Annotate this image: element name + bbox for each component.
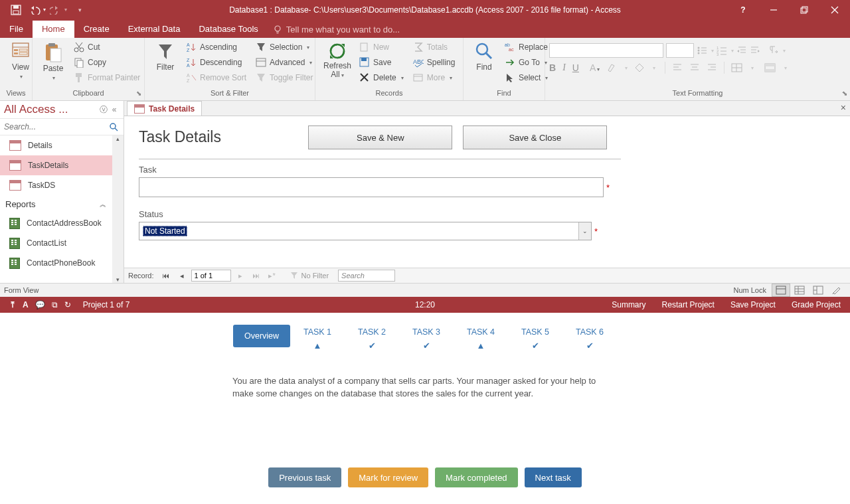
tab-overview[interactable]: Overview: [233, 325, 290, 347]
descending-button[interactable]: ZADescending: [183, 56, 249, 69]
nav-title[interactable]: All Access ...: [4, 103, 98, 116]
tab-task-1[interactable]: TASK 1▲: [290, 325, 345, 351]
restore-icon[interactable]: [789, 0, 819, 19]
format-painter-button[interactable]: Format Painter: [71, 71, 143, 84]
font-color-button[interactable]: A▾: [590, 62, 600, 73]
save-icon[interactable]: [5, 1, 27, 19]
status-select[interactable]: Not Started ⌄: [139, 222, 592, 240]
ascending-button[interactable]: AZAscending: [183, 41, 249, 54]
pin-icon[interactable]: ⤒: [9, 300, 16, 309]
grade-project-link[interactable]: Grade Project: [792, 300, 841, 309]
prev-record-icon[interactable]: ◂: [175, 270, 189, 282]
link-icon[interactable]: ⧉: [52, 300, 58, 309]
tab-task-3[interactable]: TASK 3✔: [399, 325, 454, 351]
spelling-button[interactable]: ABCSpelling: [410, 56, 458, 69]
numbering-icon[interactable]: 123: [717, 45, 727, 56]
nav-scrollbar[interactable]: ▴▾: [112, 135, 124, 283]
datasheet-view-icon[interactable]: [790, 284, 809, 297]
refresh-all-button[interactable]: Refresh All▾: [319, 41, 355, 81]
record-position-input[interactable]: [191, 270, 231, 282]
align-right-icon[interactable]: [707, 62, 717, 73]
undo-icon[interactable]: ▾: [27, 1, 48, 19]
toggle-filter-button[interactable]: Toggle Filter: [253, 71, 315, 84]
doc-tab-taskdetails[interactable]: Task Details: [127, 101, 202, 116]
task-input[interactable]: [139, 177, 604, 197]
clipboard-launcher-icon[interactable]: ⬊: [136, 88, 141, 98]
copy-button[interactable]: Copy: [71, 56, 143, 69]
indent-icon[interactable]: [750, 45, 760, 56]
dropdown-icon[interactable]: ⌄: [578, 222, 591, 240]
font-family-select[interactable]: [549, 43, 663, 58]
ltr-icon[interactable]: [768, 45, 779, 56]
cut-button[interactable]: Cut: [71, 41, 143, 54]
collapse-group-icon[interactable]: ︽: [100, 200, 106, 209]
nav-item-taskdetails[interactable]: TaskDetails: [0, 155, 124, 175]
nav-search-input[interactable]: [0, 122, 109, 131]
save-project-link[interactable]: Save Project: [730, 300, 776, 309]
save-record-button[interactable]: Save: [357, 56, 406, 69]
new-record-icon[interactable]: ▸*: [266, 270, 279, 282]
text-size-icon[interactable]: A: [23, 300, 29, 309]
goto-button[interactable]: Go To▾: [502, 56, 551, 69]
minimize-icon[interactable]: [758, 0, 789, 19]
close-document-icon[interactable]: ×: [841, 102, 846, 113]
more-records-button[interactable]: More▾: [410, 71, 458, 84]
save-new-button[interactable]: Save & New: [308, 126, 452, 149]
totals-button[interactable]: Totals: [410, 41, 458, 54]
nav-item-contactaddressbook[interactable]: ContactAddressBook: [0, 213, 124, 233]
tab-task-6[interactable]: TASK 6✔: [562, 325, 617, 351]
bullets-icon[interactable]: [697, 45, 707, 56]
nav-menu-icon[interactable]: ⓥ: [98, 104, 109, 116]
outdent-icon[interactable]: [736, 45, 747, 56]
paste-button[interactable]: Paste▾: [37, 41, 70, 84]
underline-button[interactable]: U: [572, 62, 579, 73]
nav-item-taskds[interactable]: TaskDS: [0, 175, 124, 195]
tab-create[interactable]: Create: [74, 21, 119, 38]
remove-sort-button[interactable]: AZRemove Sort: [183, 71, 249, 84]
highlight-icon[interactable]: [606, 62, 617, 73]
tab-file[interactable]: File: [0, 21, 33, 38]
search-icon[interactable]: [109, 122, 124, 131]
design-view-icon[interactable]: [827, 284, 846, 297]
tab-task-2[interactable]: TASK 2✔: [345, 325, 399, 351]
mark-completed-button[interactable]: Mark completed: [435, 467, 517, 487]
tell-me-search[interactable]: Tell me what you want to do...: [268, 21, 405, 38]
nav-item-contactlist[interactable]: ContactList: [0, 233, 124, 253]
align-left-icon[interactable]: [672, 62, 683, 73]
restart-project-link[interactable]: Restart Project: [662, 300, 715, 309]
collapse-ribbon-icon[interactable]: ˆ: [842, 91, 845, 99]
mark-review-button[interactable]: Mark for review: [348, 467, 428, 487]
first-record-icon[interactable]: ⏮: [159, 270, 173, 282]
tab-database-tools[interactable]: Database Tools: [189, 21, 267, 38]
font-size-select[interactable]: [666, 43, 694, 58]
next-record-icon[interactable]: ▸: [234, 270, 247, 282]
replace-button[interactable]: abacReplace: [502, 41, 551, 54]
find-button[interactable]: Find: [468, 41, 501, 73]
italic-button[interactable]: I: [562, 62, 566, 73]
comment-icon[interactable]: 💬: [35, 300, 45, 309]
help-icon[interactable]: ?: [728, 0, 758, 19]
tab-task-4[interactable]: TASK 4▲: [454, 325, 508, 351]
last-record-icon[interactable]: ⏭: [250, 270, 263, 282]
align-center-icon[interactable]: [689, 62, 700, 73]
alt-row-color-icon[interactable]: [764, 62, 776, 73]
advanced-button[interactable]: Advanced▾: [253, 56, 315, 69]
nav-item-details[interactable]: Details: [0, 135, 124, 155]
select-button[interactable]: Select▾: [502, 71, 551, 84]
summary-link[interactable]: Summary: [612, 300, 645, 309]
qat-customize-icon[interactable]: ▾: [69, 1, 90, 19]
record-search-input[interactable]: [338, 270, 395, 282]
layout-view-icon[interactable]: [809, 284, 827, 297]
bold-button[interactable]: B: [549, 62, 556, 73]
nav-group-reports[interactable]: Reports︽: [0, 195, 124, 213]
new-record-button[interactable]: New: [357, 41, 406, 54]
nav-collapse-icon[interactable]: «: [109, 105, 120, 114]
fill-color-icon[interactable]: [634, 62, 645, 73]
nav-item-contactphonebook[interactable]: ContactPhoneBook: [0, 253, 124, 273]
selection-button[interactable]: Selection▾: [253, 41, 315, 54]
tab-home[interactable]: Home: [33, 21, 74, 38]
tab-task-5[interactable]: TASK 5✔: [508, 325, 562, 351]
filter-button[interactable]: Filter: [149, 41, 182, 73]
delete-record-button[interactable]: Delete▾: [357, 71, 406, 84]
reset-icon[interactable]: ↻: [64, 300, 71, 309]
